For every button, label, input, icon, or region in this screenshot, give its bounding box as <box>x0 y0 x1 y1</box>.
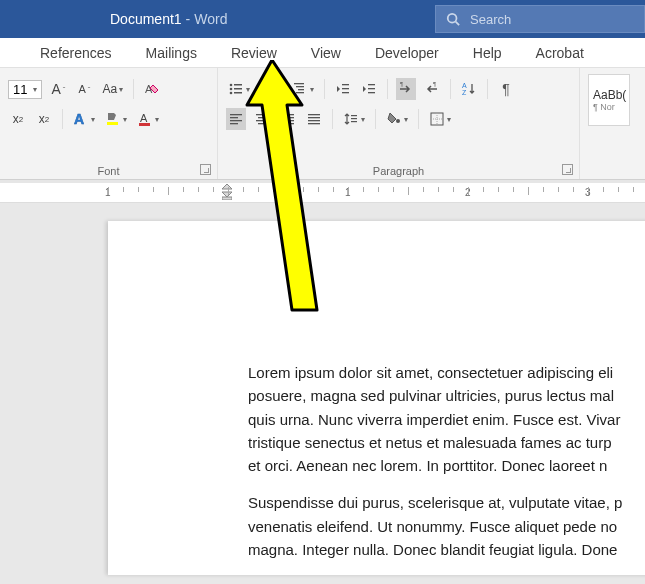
svg-point-0 <box>448 14 457 23</box>
svg-rect-34 <box>230 117 238 118</box>
tab-view[interactable]: View <box>301 39 351 67</box>
tab-mailings[interactable]: Mailings <box>136 39 207 67</box>
shading-button[interactable]: ▾ <box>384 108 410 130</box>
clear-formatting-icon: A <box>144 81 160 97</box>
bullets-button[interactable]: ▾ <box>226 78 252 100</box>
highlight-icon <box>105 111 121 127</box>
font-size-input[interactable]: 11▾ <box>8 80 42 99</box>
increase-indent-icon <box>361 81 377 97</box>
svg-rect-19 <box>294 83 304 84</box>
font-color-icon: A <box>137 111 153 127</box>
svg-rect-27 <box>368 88 375 89</box>
show-marks-button[interactable]: ¶ <box>496 78 516 100</box>
align-right-button[interactable] <box>278 108 298 130</box>
multilevel-list-button[interactable]: ▾ <box>290 78 316 100</box>
svg-rect-35 <box>230 120 242 121</box>
font-group-label: Font <box>0 165 217 177</box>
rtl-direction-button[interactable]: ¶ <box>422 78 442 100</box>
svg-rect-51 <box>351 121 357 122</box>
svg-rect-50 <box>351 118 357 119</box>
svg-rect-16 <box>266 88 274 90</box>
title-separator: - <box>186 11 191 27</box>
font-color-button[interactable]: A▾ <box>135 108 161 130</box>
paragraph-group: ▾ 123▾ ▾ ¶ ¶ AZ ¶ ▾ ▾ ▾ Paragraph <box>218 68 580 179</box>
borders-icon <box>429 111 445 127</box>
numbering-button[interactable]: 123▾ <box>258 78 284 100</box>
svg-rect-48 <box>308 123 320 124</box>
subscript-button[interactable]: x2 <box>8 108 28 130</box>
paragraph-1[interactable]: Lorem ipsum dolor sit amet, consectetuer… <box>248 361 645 477</box>
svg-rect-28 <box>368 92 375 93</box>
svg-point-9 <box>230 88 233 91</box>
font-dialog-launcher[interactable] <box>200 164 211 175</box>
align-center-button[interactable] <box>252 108 272 130</box>
svg-rect-46 <box>308 117 320 118</box>
tab-acrobat[interactable]: Acrobat <box>526 39 594 67</box>
decrease-indent-button[interactable] <box>333 78 353 100</box>
tab-help[interactable]: Help <box>463 39 512 67</box>
tab-developer[interactable]: Developer <box>365 39 449 67</box>
svg-rect-36 <box>230 123 238 124</box>
svg-rect-25 <box>342 92 349 93</box>
svg-rect-18 <box>266 93 274 95</box>
font-size-value: 11 <box>13 82 27 97</box>
svg-rect-14 <box>266 83 274 85</box>
justify-button[interactable] <box>304 108 324 130</box>
justify-icon <box>306 111 322 127</box>
svg-rect-33 <box>230 114 242 115</box>
svg-rect-21 <box>298 89 304 90</box>
svg-rect-56 <box>222 197 232 200</box>
font-group: 11▾ Aˆ Aˇ Aa▾ A x2 x2 A▾ ▾ A▾ Font <box>0 68 218 179</box>
ruler[interactable]: 1 1 2 3 <box>0 183 645 203</box>
align-left-button[interactable] <box>226 108 246 130</box>
svg-text:A: A <box>140 112 148 124</box>
page[interactable]: Lorem ipsum dolor sit amet, consectetuer… <box>108 221 645 575</box>
borders-button[interactable]: ▾ <box>427 108 453 130</box>
bullets-icon <box>228 81 244 97</box>
tab-references[interactable]: References <box>30 39 122 67</box>
svg-text:3: 3 <box>261 91 264 97</box>
svg-rect-39 <box>256 120 268 121</box>
svg-rect-38 <box>258 117 266 118</box>
svg-rect-8 <box>234 84 242 86</box>
style-name: ¶ Nor <box>593 102 615 112</box>
pilcrow-icon: ¶ <box>502 81 510 97</box>
svg-rect-42 <box>286 117 294 118</box>
ltr-direction-button[interactable]: ¶ <box>396 78 416 100</box>
search-input[interactable]: Search <box>435 5 645 33</box>
search-placeholder: Search <box>470 12 511 27</box>
svg-rect-40 <box>258 123 266 124</box>
document-workspace[interactable]: Lorem ipsum dolor sit amet, consectetuer… <box>0 203 645 584</box>
tab-review[interactable]: Review <box>221 39 287 67</box>
line-spacing-button[interactable]: ▾ <box>341 108 367 130</box>
grow-font-button[interactable]: Aˆ <box>48 78 68 100</box>
svg-rect-10 <box>234 88 242 90</box>
line-spacing-icon <box>343 111 359 127</box>
indent-marker[interactable] <box>222 184 232 202</box>
svg-rect-4 <box>107 122 118 125</box>
clear-formatting-button[interactable]: A <box>142 78 162 100</box>
style-normal[interactable]: AaBb( ¶ Nor <box>588 74 630 126</box>
sort-button[interactable]: AZ <box>459 78 479 100</box>
svg-line-1 <box>456 22 460 26</box>
text-effects-button[interactable]: A▾ <box>71 108 97 130</box>
svg-rect-43 <box>282 120 294 121</box>
svg-rect-49 <box>351 115 357 116</box>
indent-marker-icon <box>222 184 232 200</box>
superscript-button[interactable]: x2 <box>34 108 54 130</box>
numbering-icon: 123 <box>260 81 276 97</box>
align-right-icon <box>280 111 296 127</box>
svg-text:A: A <box>462 82 467 89</box>
svg-rect-22 <box>296 92 304 93</box>
svg-text:¶: ¶ <box>400 81 403 87</box>
ltr-icon: ¶ <box>398 81 414 97</box>
paragraph-dialog-launcher[interactable] <box>562 164 573 175</box>
svg-rect-41 <box>282 114 294 115</box>
change-case-button[interactable]: Aa▾ <box>100 78 125 100</box>
paragraph-group-label: Paragraph <box>218 165 579 177</box>
sort-icon: AZ <box>461 81 477 97</box>
paragraph-2[interactable]: Suspendisse dui purus, scelerisque at, v… <box>248 491 645 561</box>
shrink-font-button[interactable]: Aˇ <box>74 78 94 100</box>
highlight-button[interactable]: ▾ <box>103 108 129 130</box>
increase-indent-button[interactable] <box>359 78 379 100</box>
